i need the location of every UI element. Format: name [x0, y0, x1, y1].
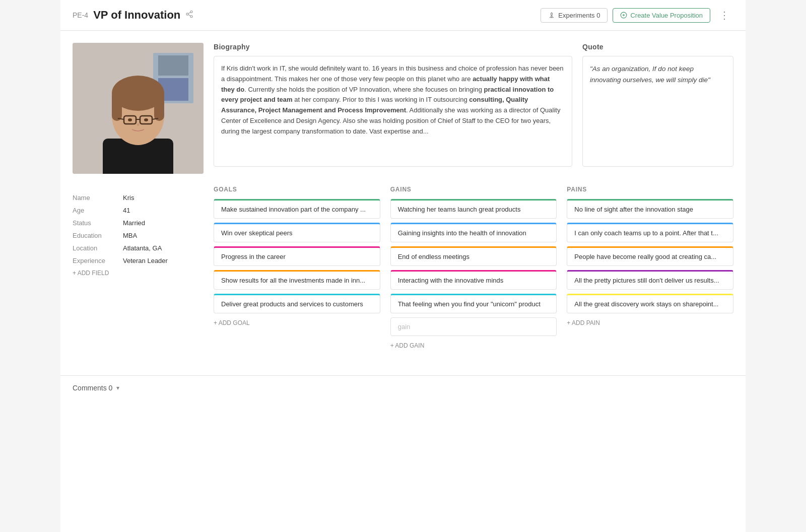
gain-item[interactable]: Watching her teams launch great products: [390, 199, 557, 219]
experience-value: Veteran Leader: [123, 257, 168, 264]
goal-item[interactable]: Win over skeptical peers: [214, 223, 380, 242]
name-value: Kris: [123, 194, 134, 202]
comments-bar[interactable]: Comments 0 ▾: [60, 375, 746, 400]
goal-item[interactable]: Progress in the career: [214, 246, 380, 266]
page-tag: PE-4: [73, 11, 88, 19]
gain-item[interactable]: Interacting with the innovative minds: [390, 270, 557, 290]
location-value: Atlatanta, GA: [123, 244, 162, 252]
education-field-row: Education MBA: [73, 232, 204, 239]
add-gain-button[interactable]: + ADD GAIN: [390, 340, 557, 351]
education-label: Education: [73, 232, 123, 239]
name-label: Name: [73, 194, 123, 202]
pains-title: PAINS: [567, 186, 733, 193]
goals-title: GOALS: [214, 186, 380, 193]
status-label: Status: [73, 219, 123, 227]
gain-input[interactable]: gain: [390, 317, 557, 336]
svg-point-5: [551, 13, 553, 15]
svg-rect-11: [158, 55, 188, 76]
svg-line-3: [188, 15, 191, 16]
pains-column: PAINS No line of sight after the innovat…: [567, 186, 733, 351]
education-value: MBA: [123, 232, 137, 239]
goal-item[interactable]: Deliver great products and services to c…: [214, 294, 380, 313]
pain-item[interactable]: I can only coach teams up to a point. Af…: [567, 223, 733, 242]
create-value-proposition-button[interactable]: Create Value Proposition: [613, 8, 710, 23]
biography-text: If Kris didn't work in IT, she would def…: [214, 56, 572, 167]
location-label: Location: [73, 244, 123, 252]
name-field-row: Name Kris: [73, 194, 204, 202]
pain-item[interactable]: No line of sight after the innovation st…: [567, 199, 733, 219]
pain-item[interactable]: All the pretty pictures still don't deli…: [567, 270, 733, 290]
status-field-row: Status Married: [73, 219, 204, 227]
goals-column: GOALS Make sustained innovation part of …: [214, 186, 380, 351]
svg-rect-18: [112, 91, 122, 121]
share-icon[interactable]: [185, 10, 193, 20]
gains-title: GAINS: [390, 186, 557, 193]
comments-label: Comments 0: [73, 384, 112, 392]
svg-point-25: [128, 118, 132, 121]
experiments-button[interactable]: Experiments 0: [541, 8, 608, 23]
gain-item[interactable]: Gaining insights into the health of inno…: [390, 223, 557, 242]
goal-item[interactable]: Show results for all the investments mad…: [214, 270, 380, 290]
age-field-row: Age 41: [73, 207, 204, 214]
chevron-down-icon: ▾: [116, 384, 119, 391]
add-field-button[interactable]: + ADD FIELD: [73, 270, 204, 277]
experience-field-row: Experience Veteran Leader: [73, 257, 204, 264]
pain-item[interactable]: People have become really good at creati…: [567, 246, 733, 266]
gain-item[interactable]: That feeling when you find your "unicorn…: [390, 294, 557, 313]
status-value: Married: [123, 219, 145, 227]
experience-label: Experience: [73, 257, 123, 264]
svg-line-4: [188, 12, 191, 14]
profile-fields: Name Kris Age 41 Status Married Educatio…: [73, 194, 204, 277]
age-label: Age: [73, 207, 123, 214]
profile-photo: [73, 43, 204, 174]
goal-item[interactable]: Make sustained innovation part of the co…: [214, 199, 380, 219]
goals-gains-pains-section: GOALS Make sustained innovation part of …: [214, 186, 733, 351]
add-pain-button[interactable]: + ADD PAIN: [567, 317, 733, 328]
location-field-row: Location Atlatanta, GA: [73, 244, 204, 252]
quote-title: Quote: [582, 43, 733, 51]
page-title: VP of Innovation: [93, 9, 180, 22]
gains-column: GAINS Watching her teams launch great pr…: [390, 186, 557, 351]
more-options-button[interactable]: ⋮: [715, 7, 733, 23]
svg-point-26: [144, 118, 148, 121]
add-goal-button[interactable]: + ADD GOAL: [214, 317, 380, 328]
svg-rect-19: [154, 91, 164, 121]
quote-text: "As an organization, If do not keep inno…: [582, 56, 733, 167]
gain-item[interactable]: End of endless meetings: [390, 246, 557, 266]
age-value: 41: [123, 207, 130, 214]
pain-item[interactable]: All the great discovery work stays on sh…: [567, 294, 733, 313]
biography-title: Biography: [214, 43, 572, 51]
